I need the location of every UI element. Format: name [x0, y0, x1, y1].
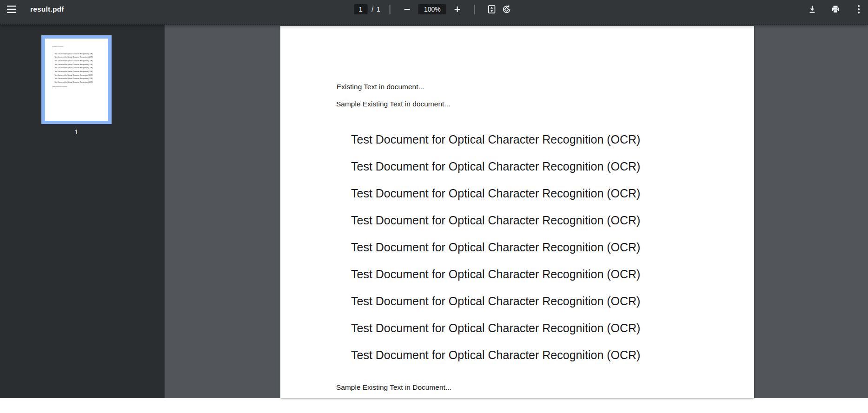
toolbar-center-group: / 1 100%: [354, 0, 514, 19]
doc-intro-line: Existing Text in document...: [337, 83, 424, 91]
more-vertical-dots-icon: [857, 5, 860, 14]
ocr-line: Test Document for Optical Character Reco…: [351, 288, 640, 315]
ocr-line: Test Document for Optical Character Reco…: [54, 80, 93, 84]
thumbnail-doc-content: Existing Text in document... Sample Exis…: [45, 39, 108, 121]
toolbar-left-group: result.pdf: [0, 2, 64, 17]
zoom-in-button[interactable]: [450, 2, 465, 17]
page-count-label: 1: [377, 6, 380, 13]
doc-intro-line: Sample Existing Text in document...: [336, 100, 450, 108]
ocr-line: Test Document for Optical Character Reco…: [351, 180, 640, 207]
ocr-line: Test Document for Optical Character Reco…: [351, 126, 640, 153]
doc-closing-line: Sample Existing Text in Document...: [53, 86, 68, 87]
download-button[interactable]: [805, 2, 820, 17]
ocr-line: Test Document for Optical Character Reco…: [54, 77, 93, 80]
pdf-page: Existing Text in document... Sample Exis…: [280, 26, 754, 398]
menu-button[interactable]: [4, 2, 19, 17]
doc-repeated-lines: Test Document for Optical Character Reco…: [54, 52, 93, 84]
doc-repeated-lines: Test Document for Optical Character Reco…: [351, 126, 640, 368]
zoom-level-value[interactable]: 100%: [418, 4, 446, 14]
plus-icon: [454, 6, 461, 13]
page-separator-label: /: [371, 6, 373, 13]
print-icon: [831, 5, 840, 14]
toolbar-divider: [474, 5, 475, 14]
ocr-line: Test Document for Optical Character Reco…: [351, 153, 640, 180]
ocr-line: Test Document for Optical Character Reco…: [54, 55, 93, 59]
thumbnail-sidebar: Existing Text in document... Sample Exis…: [0, 25, 165, 398]
main-area: Existing Text in document... Sample Exis…: [0, 25, 868, 398]
document-viewport[interactable]: Existing Text in document... Sample Exis…: [165, 25, 868, 398]
zoom-out-button[interactable]: [400, 2, 415, 17]
ocr-line: Test Document for Optical Character Reco…: [54, 63, 93, 66]
rotate-button[interactable]: [499, 2, 514, 17]
thumbnail-selection-highlight: Existing Text in document... Sample Exis…: [41, 35, 112, 124]
ocr-line: Test Document for Optical Character Reco…: [54, 66, 93, 70]
toolbar-divider: [390, 5, 391, 14]
ocr-line: Test Document for Optical Character Reco…: [54, 52, 93, 55]
page-number-input[interactable]: [354, 4, 367, 14]
minus-icon: [404, 6, 411, 13]
ocr-line: Test Document for Optical Character Reco…: [351, 315, 640, 341]
ocr-line: Test Document for Optical Character Reco…: [351, 207, 640, 234]
pdf-viewer-window: result.pdf / 1 100%: [0, 0, 868, 413]
fit-to-page-button[interactable]: [484, 2, 499, 17]
rotate-counterclockwise-icon: [502, 5, 511, 14]
thumbnail-page-number: 1: [41, 128, 112, 136]
doc-closing-line: Sample Existing Text in Document...: [336, 383, 451, 392]
thumbnail-page-preview: Existing Text in document... Sample Exis…: [45, 39, 108, 121]
ocr-line: Test Document for Optical Character Reco…: [351, 234, 640, 261]
ocr-line: Test Document for Optical Character Reco…: [54, 70, 93, 73]
print-button[interactable]: [828, 2, 843, 17]
more-options-button[interactable]: [851, 2, 866, 17]
document-title: result.pdf: [30, 5, 64, 13]
doc-intro-line: Sample Existing Text in document...: [53, 48, 67, 49]
toolbar: result.pdf / 1 100%: [0, 0, 868, 25]
pdf-page-content: Existing Text in document... Sample Exis…: [280, 26, 754, 398]
hamburger-menu-icon: [7, 5, 16, 13]
page-thumbnail[interactable]: Existing Text in document... Sample Exis…: [41, 35, 112, 136]
download-icon: [808, 5, 817, 14]
fit-to-page-icon: [487, 5, 497, 14]
ocr-line: Test Document for Optical Character Reco…: [54, 73, 93, 77]
ocr-line: Test Document for Optical Character Reco…: [54, 59, 93, 63]
doc-intro-line: Existing Text in document...: [53, 46, 64, 47]
ocr-line: Test Document for Optical Character Reco…: [351, 341, 640, 368]
ocr-line: Test Document for Optical Character Reco…: [351, 261, 640, 288]
bottom-white-strip: [0, 398, 868, 413]
toolbar-right-group: [796, 0, 866, 19]
